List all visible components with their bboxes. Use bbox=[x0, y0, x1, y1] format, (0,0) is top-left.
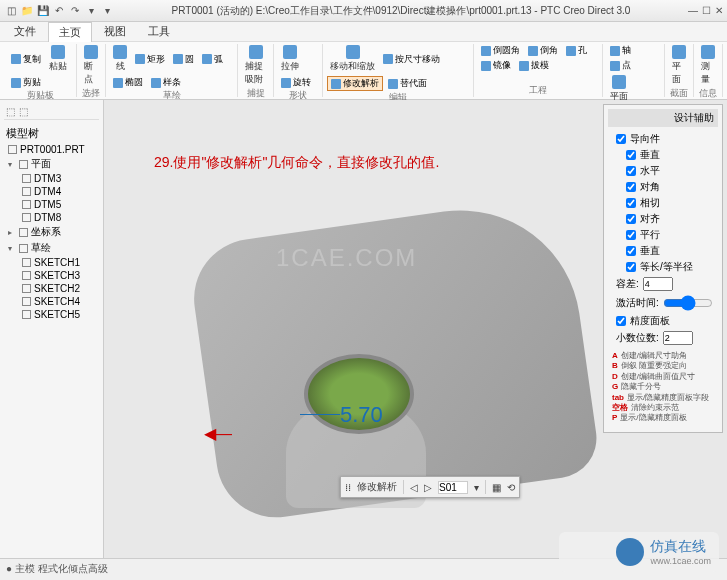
tree-item[interactable]: SKETCH1 bbox=[18, 256, 99, 269]
new-icon[interactable]: ◫ bbox=[4, 4, 18, 18]
dimension-value[interactable]: 5.70 bbox=[340, 402, 383, 428]
tool-icon[interactable]: ▦ bbox=[492, 482, 501, 493]
status-text: ● 主模 程式化倾点高级 bbox=[6, 562, 108, 576]
next-icon[interactable]: ▷ bbox=[424, 482, 432, 493]
floating-input[interactable] bbox=[438, 481, 468, 494]
close-icon[interactable]: ✕ bbox=[715, 5, 723, 16]
tree-group-sketch[interactable]: ▾草绘 bbox=[4, 240, 99, 256]
axis-button[interactable]: 轴 bbox=[607, 44, 634, 57]
tree-item[interactable]: SKETCH4 bbox=[18, 295, 99, 308]
undo-icon[interactable]: ↶ bbox=[52, 4, 66, 18]
chk-perp[interactable]: 垂直 bbox=[618, 243, 718, 259]
chamfer-button[interactable]: 倒角 bbox=[525, 44, 561, 57]
minimize-icon[interactable]: — bbox=[688, 5, 698, 16]
tree-item[interactable]: DTM4 bbox=[18, 185, 99, 198]
tree-root[interactable]: PRT0001.PRT bbox=[4, 143, 99, 156]
decimals-label: 小数位数: bbox=[616, 331, 659, 345]
line-button[interactable]: 线 bbox=[110, 44, 130, 74]
dimension-line bbox=[300, 414, 340, 415]
tolerance-input[interactable] bbox=[643, 277, 673, 291]
chk-parallel[interactable]: 平行 bbox=[618, 227, 718, 243]
tree-title: 模型树 bbox=[4, 124, 99, 143]
redo-icon[interactable]: ↷ bbox=[68, 4, 82, 18]
badge-url: www.1cae.com bbox=[650, 556, 711, 566]
group-select: 选择 bbox=[81, 87, 101, 100]
tree-item[interactable]: DTM5 bbox=[18, 198, 99, 211]
chk-align[interactable]: 对齐 bbox=[618, 211, 718, 227]
draft-button[interactable]: 拔模 bbox=[516, 59, 552, 72]
tab-tools[interactable]: 工具 bbox=[138, 22, 180, 41]
tree-item[interactable]: DTM8 bbox=[18, 211, 99, 224]
rect-button[interactable]: 矩形 bbox=[132, 44, 168, 74]
badge-icon bbox=[616, 538, 644, 566]
open-icon[interactable]: 📁 bbox=[20, 4, 34, 18]
qat-icon[interactable]: ▾ bbox=[84, 4, 98, 18]
group-section: 截面 bbox=[669, 87, 689, 100]
delay-label: 激活时间: bbox=[616, 296, 659, 310]
select-button[interactable]: 断点 bbox=[81, 44, 101, 87]
mirror-button[interactable]: 镜像 bbox=[478, 59, 514, 72]
copy-button[interactable]: 复制 bbox=[8, 44, 44, 74]
chk-equal[interactable]: 等长/等半径 bbox=[618, 259, 718, 275]
tree-tab-icon[interactable]: ⬚ bbox=[6, 106, 15, 117]
tab-file[interactable]: 文件 bbox=[4, 22, 46, 41]
hole-button[interactable]: 孔 bbox=[563, 44, 590, 57]
design-aid-panel: 设计辅助 导向件 垂直 水平 对角 相切 对齐 平行 垂直 等长/等半径 容差:… bbox=[603, 104, 723, 433]
revolve-button[interactable]: 旋转 bbox=[278, 76, 314, 89]
chk-horizontal[interactable]: 水平 bbox=[618, 163, 718, 179]
tree-group-csys[interactable]: ▸坐标系 bbox=[4, 224, 99, 240]
save-icon[interactable]: 💾 bbox=[36, 4, 50, 18]
decimals-input[interactable] bbox=[663, 331, 693, 345]
hints-list: A创建/编辑尺寸助角 B倒叙 随重要强定向 D创建/编辑曲面值尺寸 G隐藏千分号… bbox=[608, 347, 718, 428]
paste-button[interactable]: 粘贴 bbox=[46, 44, 70, 74]
snap-button[interactable]: 捕捉吸附 bbox=[242, 44, 269, 87]
chk-vertical[interactable]: 垂直 bbox=[618, 147, 718, 163]
tab-view[interactable]: 视图 bbox=[94, 22, 136, 41]
prev-icon[interactable]: ◁ bbox=[410, 482, 418, 493]
spline-button[interactable]: 样条 bbox=[148, 76, 184, 89]
maximize-icon[interactable]: ☐ bbox=[702, 5, 711, 16]
ribbon: 复制 粘贴 剪贴 剪贴板 断点 选择 线 矩形 圆 弧 椭圆 样条 草绘 捕捉吸… bbox=[0, 42, 727, 100]
chk-diagonal[interactable]: 对角 bbox=[618, 179, 718, 195]
3d-viewport[interactable]: 1CAE.COM 29.使用"修改解析"几何命令，直接修改孔的值. 5.70 ◀… bbox=[104, 100, 727, 558]
arc-button[interactable]: 弧 bbox=[199, 44, 226, 74]
replace-face-button[interactable]: 替代面 bbox=[385, 76, 430, 91]
watermark-badge: 仿真在线 www.1cae.com bbox=[559, 532, 719, 572]
group-info: 信息 bbox=[698, 87, 718, 100]
instruction-text: 29.使用"修改解析"几何命令，直接修改孔的值. bbox=[154, 154, 439, 172]
modify-analytic-button[interactable]: 修改解析 bbox=[327, 76, 383, 91]
ellipse-button[interactable]: 椭圆 bbox=[110, 76, 146, 89]
panel-header: 设计辅助 bbox=[608, 109, 718, 127]
tab-home[interactable]: 主页 bbox=[48, 22, 92, 42]
tree-tab-icon2[interactable]: ⬚ bbox=[19, 106, 28, 117]
dropdown-icon[interactable]: ▾ bbox=[474, 482, 479, 493]
floating-label: 修改解析 bbox=[357, 480, 397, 494]
tool-icon2[interactable]: ⟲ bbox=[507, 482, 515, 493]
group-engineering: 工程 bbox=[478, 84, 599, 97]
model-tree: ⬚ ⬚ 模型树 PRT0001.PRT ▾平面 DTM3 DTM4 DTM5 D… bbox=[0, 100, 104, 558]
measure-button[interactable]: 测量 bbox=[698, 44, 718, 87]
grip-icon[interactable]: ⁞⁞ bbox=[345, 482, 351, 493]
menu-tabs: 文件 主页 视图 工具 bbox=[0, 22, 727, 42]
circle-button[interactable]: 圆 bbox=[170, 44, 197, 74]
section-precision: 精度面板 bbox=[608, 313, 718, 329]
section-guides: 导向件 bbox=[608, 131, 718, 147]
move-scale-button[interactable]: 移动和缩放 bbox=[327, 44, 378, 74]
move-by-dim-button[interactable]: 按尺寸移动 bbox=[380, 44, 443, 74]
delay-slider[interactable] bbox=[663, 295, 713, 311]
point-button[interactable]: 点 bbox=[607, 59, 634, 72]
badge-text: 仿真在线 bbox=[650, 538, 711, 556]
tree-item[interactable]: SKETCH3 bbox=[18, 269, 99, 282]
qat-icon2[interactable]: ▾ bbox=[100, 4, 114, 18]
extrude-button[interactable]: 拉伸 bbox=[278, 44, 302, 74]
tree-item[interactable]: SKETCH2 bbox=[18, 282, 99, 295]
tree-group-plane[interactable]: ▾平面 bbox=[4, 156, 99, 172]
arrow-icon: ◀— bbox=[204, 424, 232, 443]
tolerance-label: 容差: bbox=[616, 277, 639, 291]
section-plane-button[interactable]: 平面 bbox=[669, 44, 689, 87]
tree-item[interactable]: SKETCH5 bbox=[18, 308, 99, 321]
chk-tangent[interactable]: 相切 bbox=[618, 195, 718, 211]
tree-item[interactable]: DTM3 bbox=[18, 172, 99, 185]
cut-button[interactable]: 剪贴 bbox=[8, 76, 44, 89]
round-button[interactable]: 倒圆角 bbox=[478, 44, 523, 57]
